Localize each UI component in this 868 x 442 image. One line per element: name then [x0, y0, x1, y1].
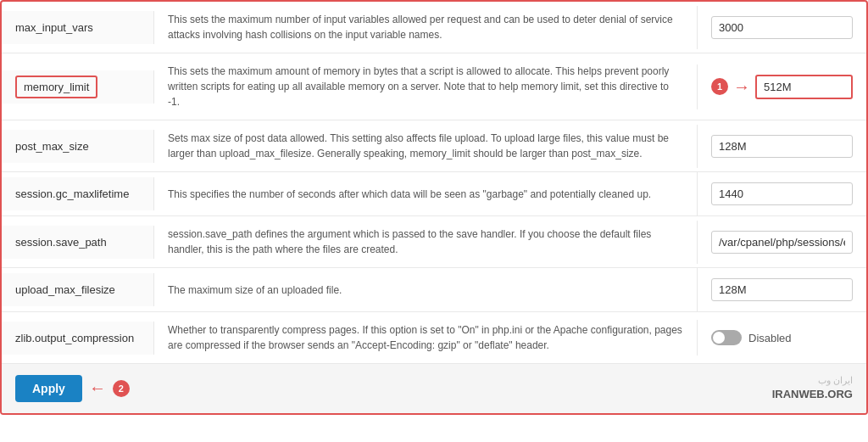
setting-description: session.save_path defines the argument w… — [154, 216, 697, 267]
watermark: ایران وب IRANWEB.ORG — [772, 374, 853, 403]
annotation-1: 1 — [711, 78, 728, 95]
setting-input[interactable] — [711, 231, 853, 254]
watermark-persian: ایران وب — [772, 374, 853, 387]
settings-row: max_input_varsThis sets the maximum numb… — [2, 2, 866, 53]
settings-row: post_max_sizeSets max size of post data … — [2, 120, 866, 172]
watermark-latin: IRANWEB.ORG — [772, 387, 853, 402]
setting-name: session.save_path — [2, 226, 154, 259]
setting-name-text: upload_max_filesize — [15, 283, 115, 296]
setting-name: session.gc_maxlifetime — [2, 177, 154, 210]
settings-row: upload_max_filesizeThe maximum size of a… — [2, 268, 866, 312]
settings-row: zlib.output_compressionWhether to transp… — [2, 312, 866, 363]
setting-input[interactable] — [711, 182, 853, 205]
arrow-left-icon: ← — [89, 378, 106, 398]
setting-value-col: 1→ — [697, 64, 866, 109]
setting-name-text: memory_limit — [15, 76, 97, 98]
setting-name: memory_limit — [2, 70, 154, 104]
setting-name-text: zlib.output_compression — [15, 332, 134, 344]
toggle-switch[interactable] — [711, 330, 742, 345]
setting-name: max_input_vars — [2, 11, 154, 44]
setting-description: Sets max size of post data allowed. This… — [154, 120, 697, 171]
toggle-container: Disabled — [711, 330, 792, 345]
annotation-2: 2 — [113, 380, 130, 397]
settings-row: session.save_pathsession.save_path defin… — [2, 216, 866, 268]
setting-value-col — [697, 6, 866, 49]
settings-container: max_input_varsThis sets the maximum numb… — [0, 0, 868, 415]
setting-description: Whether to transparently compress pages.… — [154, 312, 697, 363]
settings-row: session.gc_maxlifetimeThis specifies the… — [2, 172, 866, 216]
footer: Apply ← 2 ایران وب IRANWEB.ORG — [2, 363, 866, 413]
setting-name: upload_max_filesize — [2, 273, 154, 306]
setting-name-text: session.gc_maxlifetime — [15, 187, 129, 200]
setting-name-text: session.save_path — [15, 236, 107, 249]
arrow-right-icon: → — [733, 77, 750, 97]
memory-limit-input[interactable] — [755, 75, 853, 99]
annotated-value-wrapper: 1→ — [711, 75, 853, 99]
setting-value-col — [697, 172, 866, 215]
toggle-label: Disabled — [748, 332, 792, 344]
setting-name: zlib.output_compression — [2, 322, 154, 355]
setting-name-text: max_input_vars — [15, 21, 93, 34]
setting-description: This specifies the number of seconds aft… — [154, 176, 697, 212]
settings-row: memory_limitThis sets the maximum amount… — [2, 53, 866, 120]
setting-input[interactable] — [711, 278, 853, 301]
setting-input[interactable] — [711, 16, 853, 39]
setting-name-text: post_max_size — [15, 140, 89, 153]
apply-container: Apply ← 2 — [15, 375, 130, 402]
setting-description: The maximum size of an uploaded file. — [154, 272, 697, 308]
setting-input[interactable] — [711, 135, 853, 158]
setting-value-col — [697, 221, 866, 264]
setting-value-col — [697, 268, 866, 311]
setting-description: This sets the maximum number of input va… — [154, 2, 697, 53]
setting-description: This sets the maximum amount of memory i… — [154, 53, 697, 120]
setting-value-col: Disabled — [697, 320, 866, 355]
setting-name: post_max_size — [2, 130, 154, 163]
apply-button[interactable]: Apply — [15, 375, 82, 402]
setting-value-col — [697, 125, 866, 168]
settings-rows: max_input_varsThis sets the maximum numb… — [2, 2, 866, 363]
